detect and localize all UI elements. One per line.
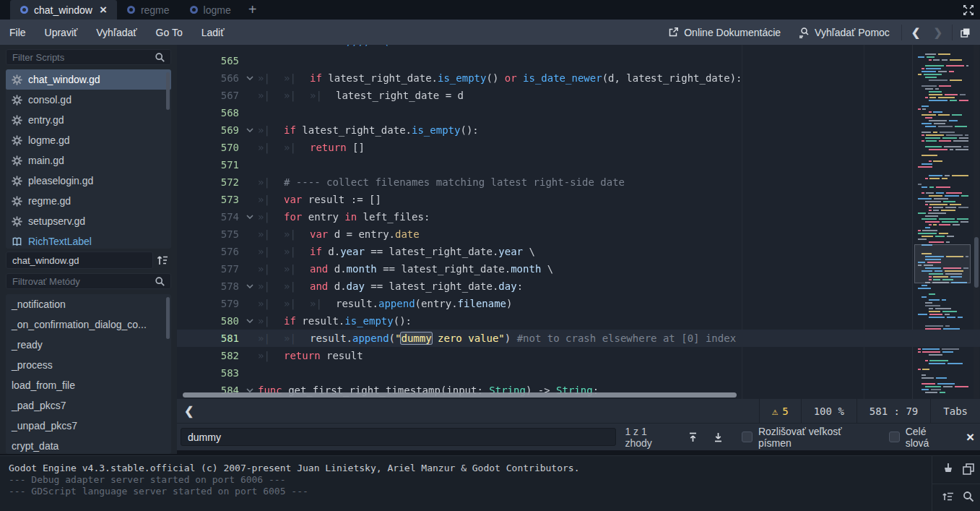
- menu-file[interactable]: File: [0, 27, 35, 38]
- code-line-568[interactable]: 568: [177, 104, 980, 121]
- code-line-566[interactable]: 566»|»|if latest_right_date.is_empty() o…: [177, 69, 980, 87]
- method-item-crypt_data[interactable]: crypt_data: [6, 436, 171, 454]
- script-item-pleaselogin.gd[interactable]: pleaselogin.gd: [6, 171, 171, 191]
- editor-horizontal-scrollbar[interactable]: [183, 392, 737, 398]
- script-item-RichTextLabel[interactable]: RichTextLabel: [6, 231, 171, 249]
- script-tab-regme[interactable]: regme: [117, 0, 180, 20]
- sort-methods-icon[interactable]: [155, 253, 171, 267]
- script-list-scrollbar[interactable]: [166, 72, 170, 110]
- match-case-option[interactable]: Rozlišovať veľkosť písmen: [742, 426, 873, 449]
- code-token: ): [505, 332, 517, 344]
- code-token: (d, latest_right_date):: [602, 72, 742, 84]
- code-token: and: [310, 280, 328, 292]
- fold-arrow-icon[interactable]: [242, 319, 258, 323]
- filter-messages-icon[interactable]: [941, 489, 955, 504]
- method-item-_process[interactable]: _process: [6, 355, 171, 375]
- code-line-574[interactable]: 574»|for entry in left_files:: [177, 208, 980, 226]
- whole-words-option[interactable]: Celé slová: [889, 426, 950, 449]
- code-line-580[interactable]: 580»|if result.is_empty():: [177, 312, 980, 330]
- script-item-entry.gd[interactable]: entry.gd: [6, 110, 171, 130]
- code-token: return: [310, 142, 347, 153]
- find-input[interactable]: [181, 428, 616, 446]
- output-line: --- GDScript language server started on …: [9, 486, 929, 497]
- code-line-571[interactable]: 571: [177, 156, 980, 173]
- close-find-bar-icon[interactable]: ×: [961, 430, 980, 444]
- code-line-572[interactable]: 572»|# ---- collect filenames matching l…: [177, 173, 980, 191]
- line-number: 582: [177, 350, 242, 361]
- script-item-setupserv.gd[interactable]: setupserv.gd: [6, 211, 171, 231]
- fold-arrow-icon[interactable]: [242, 76, 258, 80]
- code-line-583[interactable]: 583: [177, 364, 980, 382]
- zoom-level[interactable]: 100 %: [801, 399, 857, 423]
- code-line-570[interactable]: 570»|»|return []: [177, 139, 980, 156]
- code-line-569[interactable]: 569»|if latest_right_date.is_empty():: [177, 121, 980, 139]
- copy-output-icon[interactable]: [961, 462, 976, 476]
- search-help-button[interactable]: Vyhľadať Pomoc: [789, 27, 898, 38]
- online-docs-button[interactable]: Online Dokumentácie: [659, 27, 789, 38]
- next-match-button[interactable]: [711, 429, 726, 445]
- script-item-chat_window.gd[interactable]: chat_window.gd: [6, 69, 171, 90]
- script-item-logme.gd[interactable]: logme.gd: [6, 130, 171, 150]
- previous-match-button[interactable]: [685, 429, 700, 445]
- code-line-582[interactable]: 582»|return result: [177, 347, 980, 364]
- fold-arrow-icon[interactable]: [242, 215, 258, 219]
- match-case-checkbox[interactable]: [742, 431, 753, 442]
- script-tab-chat_window[interactable]: chat_window×: [10, 0, 117, 20]
- code-token: result.: [296, 315, 344, 327]
- warnings-indicator[interactable]: ⚠ 5: [759, 399, 801, 423]
- method-item-load_from_file[interactable]: load_from_file: [6, 375, 171, 395]
- code-token: var: [310, 228, 328, 240]
- divider: [932, 484, 980, 484]
- script-item-main.gd[interactable]: main.gd: [6, 150, 171, 171]
- script-tab-logme[interactable]: logme: [180, 0, 241, 20]
- method-item-_ready[interactable]: _ready: [6, 335, 171, 355]
- code-token: return: [284, 350, 321, 361]
- menu-upraviť[interactable]: Upraviť: [35, 27, 87, 38]
- method-item-_on_confirmation_dialog_co[interactable]: _on_confirmation_dialog_co...: [6, 314, 171, 335]
- history-forward-button[interactable]: ❯: [927, 26, 949, 39]
- script-item-consol.gd[interactable]: consol.gd: [6, 90, 171, 110]
- code-token: [517, 72, 523, 84]
- code-line-565[interactable]: 565: [177, 52, 980, 69]
- code-line-576[interactable]: 576»|»|if d.year == latest_right_date.ye…: [177, 243, 980, 260]
- tab-indent-marker: »|: [258, 298, 284, 309]
- code-line-581[interactable]: 581»|»|result.append("dummy zero value")…: [177, 330, 980, 347]
- code-line-577[interactable]: 577»|»|and d.month == latest_right_date.…: [177, 260, 980, 278]
- code-line-578[interactable]: 578»|»|and d.day == latest_right_date.da…: [177, 278, 980, 295]
- menu-ladiť[interactable]: Ladiť: [192, 27, 234, 38]
- code-line-567[interactable]: 567»|»|»|latest_right_date = d: [177, 87, 980, 104]
- script-item-regme.gd[interactable]: regme.gd: [6, 191, 171, 211]
- gear-icon: [12, 196, 22, 207]
- script-list: chat_window.gdconsol.gdentry.gdlogme.gdm…: [6, 69, 171, 249]
- whole-words-checkbox[interactable]: [889, 431, 900, 442]
- method-list: _notification_on_confirmation_dialog_co.…: [6, 294, 171, 454]
- gear-icon: [12, 216, 22, 227]
- method-list-scrollbar[interactable]: [166, 297, 170, 339]
- code-editor[interactable]: = "////" ( . 565566»|»|if latest_right_d…: [177, 45, 980, 399]
- fullscreen-icon[interactable]: [961, 3, 976, 17]
- history-back-button[interactable]: ❮: [905, 26, 927, 39]
- search-output-icon[interactable]: [961, 489, 976, 504]
- float-panel-icon[interactable]: [955, 27, 980, 38]
- indent-mode[interactable]: Tabs: [930, 399, 980, 423]
- clear-output-icon[interactable]: [941, 462, 955, 476]
- code-line-579[interactable]: 579»|»|»|result.append(entry.filename): [177, 295, 980, 312]
- filter-scripts-input[interactable]: [6, 49, 171, 65]
- new-tab-button[interactable]: +: [241, 0, 264, 20]
- current-script-name-field[interactable]: [6, 252, 153, 269]
- code-line-573[interactable]: 573»|var result := []: [177, 191, 980, 208]
- close-tab-icon[interactable]: ×: [100, 4, 107, 16]
- code-line-575[interactable]: 575»|»|var d = entry.date: [177, 226, 980, 243]
- code-token: is_empty: [344, 315, 393, 327]
- filter-methods-input[interactable]: [6, 273, 171, 289]
- method-item-_pad_pkcs7[interactable]: _pad_pkcs7: [6, 395, 171, 416]
- code-token: (): [486, 72, 504, 84]
- collapse-scripts-panel-button[interactable]: ❮: [177, 404, 201, 418]
- tab-indent-marker: »|: [310, 298, 336, 309]
- fold-arrow-icon[interactable]: [242, 128, 258, 132]
- menu-vyhľadať[interactable]: Vyhľadať: [87, 27, 146, 38]
- fold-arrow-icon[interactable]: [242, 284, 258, 288]
- menu-go-to[interactable]: Go To: [147, 27, 192, 38]
- method-item-_notification[interactable]: _notification: [6, 294, 171, 314]
- method-item-_unpad_pkcs7[interactable]: _unpad_pkcs7: [6, 416, 171, 436]
